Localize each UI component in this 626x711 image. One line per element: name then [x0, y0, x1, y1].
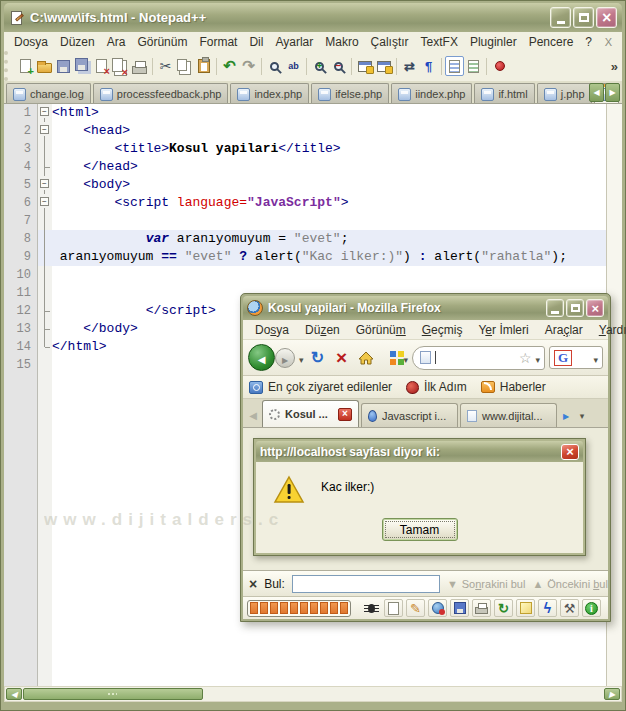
fold-marker[interactable]: − [38, 194, 52, 212]
tab-processfeedback-php[interactable]: processfeedback.php [93, 83, 229, 104]
npp-menu-ara[interactable]: Ara [101, 35, 132, 49]
tab-close-button[interactable] [338, 408, 352, 421]
print-button[interactable] [130, 56, 149, 76]
scrollbar-thumb[interactable] [23, 688, 203, 700]
sync-h-button[interactable] [374, 56, 393, 76]
tab-j-php[interactable]: j.php [537, 83, 592, 104]
npp-menu-ayarlar[interactable]: Ayarlar [269, 35, 319, 49]
find-button[interactable] [265, 56, 284, 76]
horizontal-scrollbar[interactable] [4, 686, 622, 702]
ff-menu-ara-lar[interactable]: Araçlar [537, 323, 591, 337]
record-button[interactable] [490, 56, 509, 76]
globe-button[interactable] [428, 599, 447, 617]
all-tabs-dropdown[interactable] [574, 403, 590, 425]
tab-change-log[interactable]: change.log [6, 83, 91, 104]
find2-button[interactable] [284, 56, 303, 76]
close-button[interactable] [92, 56, 111, 76]
note-button[interactable] [516, 599, 535, 617]
lightning-button[interactable] [538, 599, 557, 617]
save-button[interactable] [450, 599, 469, 617]
tools-button[interactable] [560, 599, 579, 617]
npp-close-button[interactable] [596, 7, 617, 28]
ff-menu-ge-mi[interactable]: Geçmiş [414, 323, 471, 337]
find-input[interactable] [292, 575, 440, 593]
save-copy-button[interactable] [73, 56, 92, 76]
npp-minimize-button[interactable] [550, 7, 571, 28]
redo-button[interactable] [239, 56, 258, 76]
npp-menu-al-t-r[interactable]: Çalıştır [365, 35, 415, 49]
sync-v-button[interactable] [355, 56, 374, 76]
ff-menu-g-r-n-m[interactable]: Görünüm [348, 323, 414, 337]
fold-marker[interactable]: − [38, 176, 52, 194]
copy-button[interactable] [175, 56, 194, 76]
firefox-titlebar[interactable]: Kosul yapilari - Mozilla Firefox [243, 296, 608, 320]
npp-document-close-button[interactable]: X [599, 36, 618, 48]
scroll-left-button[interactable] [6, 688, 22, 700]
toolbar-overflow-button[interactable]: » [611, 59, 618, 74]
npp-menu-item[interactable]: ? [579, 35, 598, 49]
url-bar[interactable] [412, 346, 545, 370]
page-button[interactable] [384, 599, 403, 617]
home-button[interactable] [356, 347, 376, 369]
firefox-minimize-button[interactable] [546, 299, 564, 317]
npp-titlebar[interactable]: C:\www\ifs.html - Notepad++ [4, 3, 622, 32]
func-list-button[interactable] [464, 56, 483, 76]
dialog-close-button[interactable] [561, 444, 579, 460]
npp-menu-format[interactable]: Format [193, 35, 243, 49]
dialog-titlebar[interactable]: http://localhost sayfası diyor ki: [256, 441, 583, 462]
stop-button[interactable] [332, 347, 352, 369]
firefox-tab-kosul[interactable]: Kosul ... [262, 400, 359, 427]
back-forward-dropdown[interactable] [299, 349, 304, 367]
firefox-close-button[interactable] [586, 299, 604, 317]
cut-button[interactable] [156, 56, 175, 76]
bookmark-en-ok-ziyaret-edilenler[interactable]: En çok ziyaret edilenler [249, 380, 392, 394]
firefox-tab-www-dijital[interactable]: www.dijital... [460, 403, 557, 427]
ok-button[interactable]: Tamam [382, 518, 458, 541]
pencil-button[interactable] [406, 599, 425, 617]
ff-menu-yard-m[interactable]: Yardım [591, 323, 626, 337]
npp-menu-dosya[interactable]: Dosya [8, 35, 54, 49]
firefox-maximize-button[interactable] [566, 299, 584, 317]
tab-iindex-php[interactable]: iindex.php [391, 83, 472, 104]
fold-marker[interactable]: − [38, 104, 52, 122]
bookmarks-dropdown[interactable] [404, 349, 409, 367]
undo-button[interactable] [220, 56, 239, 76]
bookmark-haberler[interactable]: Haberler [481, 380, 546, 394]
npp-menu-pencere[interactable]: Pencere [523, 35, 580, 49]
doc-map-button[interactable] [445, 56, 464, 76]
npp-maximize-button[interactable] [573, 7, 594, 28]
save-button[interactable] [54, 56, 73, 76]
fold-marker[interactable]: − [38, 122, 52, 140]
tab-if-html[interactable]: if.html [474, 83, 534, 104]
find-prev-button[interactable]: Öncekini bul [532, 578, 607, 590]
scrollbar-track[interactable] [203, 687, 603, 701]
reload-button[interactable] [308, 347, 328, 369]
search-engine-dropdown-icon[interactable] [593, 349, 598, 367]
zoom-in-button[interactable]: + [310, 56, 329, 76]
back-button[interactable] [248, 344, 275, 371]
bookmarks-menu-button[interactable] [380, 347, 400, 369]
find-next-button[interactable]: Sonrakini bul [447, 578, 526, 590]
ff-menu-dosya[interactable]: Dosya [247, 323, 297, 337]
new-button[interactable] [16, 56, 35, 76]
tab-index-php[interactable]: index.php [230, 83, 309, 104]
npp-menu-textfx[interactable]: TextFX [415, 35, 464, 49]
findbar-close-button[interactable] [249, 576, 257, 592]
tab-scroll-right-button[interactable] [605, 83, 620, 102]
tab-scroll-left-button[interactable] [589, 83, 604, 102]
print-button[interactable] [472, 599, 491, 617]
ff-menu-d-zen[interactable]: Düzen [297, 323, 348, 337]
npp-menu-dil[interactable]: Dil [243, 35, 269, 49]
tab-scroll-left-button[interactable] [245, 403, 261, 425]
forward-button[interactable] [275, 348, 295, 368]
npp-menu-makro[interactable]: Makro [319, 35, 364, 49]
close-all-button[interactable] [111, 56, 130, 76]
bug-button[interactable] [362, 599, 381, 617]
bookmark-i-lk-ad-m[interactable]: İlk Adım [406, 380, 467, 394]
wrap-button[interactable] [400, 56, 419, 76]
firefox-tab-javascript-i[interactable]: Javascript i... [361, 403, 458, 427]
scroll-right-button[interactable] [604, 688, 620, 700]
search-box[interactable]: G [549, 346, 603, 369]
tab-scroll-right-button[interactable] [558, 403, 574, 425]
npp-menu-pluginler[interactable]: Pluginler [464, 35, 523, 49]
